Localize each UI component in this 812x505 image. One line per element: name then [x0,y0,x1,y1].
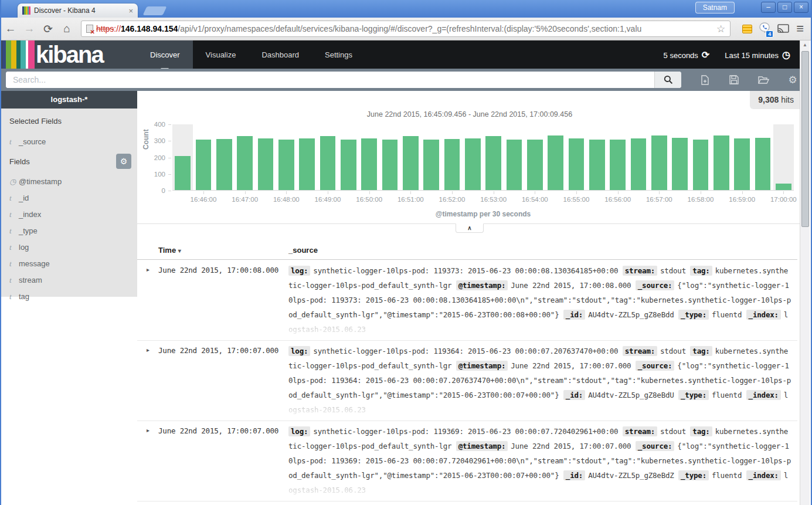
histogram-bar[interactable] [196,140,212,190]
clock-field-icon: ◷ [9,174,19,190]
scrollbar-thumb[interactable] [801,51,809,227]
nav-item-dashboard[interactable]: Dashboard [249,40,312,69]
histogram-bar[interactable] [403,136,419,190]
expand-row-icon[interactable]: ▸ [147,347,150,353]
forward-icon[interactable]: → [20,22,39,35]
field-item-stream[interactable]: tstream [9,272,137,289]
home-icon[interactable]: ⌂ [57,22,76,35]
x-tick-label: 16:53:00 [480,196,507,203]
histogram-bar[interactable] [755,138,771,190]
histogram-bar[interactable] [423,140,439,190]
save-search-button[interactable] [728,75,740,84]
minimize-button[interactable]: – [761,2,776,13]
source-text: fluentd [712,391,746,399]
hangouts-extension[interactable]: 4 [759,22,770,35]
close-button[interactable]: × [794,2,808,13]
settings-gear-icon[interactable]: ⚙ [787,74,799,86]
menu-icon[interactable]: ≡ [796,21,804,36]
hits-count: 9,308 [758,95,779,104]
row-time: June 22nd 2015, 17:00:07.000 [158,346,287,355]
time-range-control[interactable]: Last 15 minutes◷ [725,49,790,60]
field-item-index[interactable]: t_index [9,206,137,223]
source-text: fluentd [712,471,746,480]
field-item-message[interactable]: tmessage [9,256,137,272]
text-field-icon: t [9,190,19,206]
x-tick-label: 16:50:00 [356,196,382,203]
maximize-button[interactable]: □ [777,2,792,13]
back-icon[interactable]: ← [1,22,20,35]
expand-row-icon[interactable]: ▸ [147,427,150,433]
histogram-bar[interactable] [651,135,667,190]
histogram-bar[interactable] [444,139,460,190]
bar-slot [317,124,338,190]
histogram-bar[interactable] [341,140,356,190]
field-item-log[interactable]: tlog [9,239,137,256]
histogram-bar[interactable] [589,140,605,190]
expand-row-icon[interactable]: ▸ [147,266,150,273]
field-item-id[interactable]: t_id [9,190,137,206]
histogram-bar[interactable] [278,140,294,190]
histogram-bar[interactable] [569,138,585,190]
url-text[interactable]: https://146.148.94.154/api/v1/proxy/name… [96,24,714,33]
histogram-bar[interactable] [776,184,791,190]
histogram-bar[interactable] [258,138,274,190]
histogram-bar[interactable] [527,140,543,190]
nav-item-visualize[interactable]: Visualize [193,40,249,69]
url-bar[interactable]: https://146.148.94.154/api/v1/proxy/name… [81,21,731,37]
time-column-header[interactable]: Time ▾ [158,246,181,255]
histogram-bar[interactable] [299,138,315,190]
histogram-bar[interactable] [216,139,232,190]
field-badge: tag: [690,426,712,436]
text-field-icon: t [9,256,19,272]
collapse-chart-button[interactable]: ∧ [456,223,484,233]
browser-tab[interactable]: Discover - Kibana 4 × [18,4,138,18]
histogram-bar[interactable] [237,136,253,190]
field-badge: _type: [678,470,709,480]
histogram-bar[interactable] [610,140,626,190]
nav-item-settings[interactable]: Settings [312,40,365,69]
histogram-bar[interactable] [320,136,336,190]
field-item-timestamp[interactable]: ◷@timestamp [9,174,137,190]
x-tick-mark [742,191,743,194]
scrollbar-up-icon[interactable]: ▲ [800,40,810,50]
search-input[interactable] [6,72,654,88]
histogram-bar[interactable] [507,140,522,190]
bar-slot [235,124,255,190]
search-button[interactable] [654,72,681,88]
histogram-bar[interactable] [631,138,647,190]
new-search-button[interactable] [699,75,711,85]
field-item-tag[interactable]: ttag [9,289,137,305]
refresh-interval-control[interactable]: 5 seconds⟳ [664,49,710,60]
index-pattern-selector[interactable]: logstash-* [1,91,137,109]
field-settings-button[interactable]: ⚙ [116,154,131,169]
histogram-bar[interactable] [714,135,729,190]
extension-icon[interactable] [742,25,752,33]
cast-icon[interactable] [777,24,789,33]
histogram-bar[interactable] [734,138,750,190]
open-search-button[interactable] [757,76,769,84]
field-item-type[interactable]: t_type [9,223,137,239]
insecure-page-icon[interactable] [86,25,93,33]
histogram-bar[interactable] [382,140,398,190]
field-item-source[interactable]: t_source [9,134,137,150]
histogram-bar[interactable] [548,135,563,190]
page-scrollbar[interactable]: ▲ [800,40,810,505]
tab-close-icon[interactable]: × [128,6,133,15]
reload-icon[interactable]: ⟳ [39,22,57,36]
fields-heading: Fields [9,157,30,166]
histogram-bar[interactable] [693,140,709,190]
bookmark-star-icon[interactable]: ☆ [716,23,725,35]
bar-slot [379,124,400,190]
source-text: June 22nd 2015, 17:00:07.000 [511,442,635,450]
histogram-bar[interactable] [485,136,501,190]
histogram-bar[interactable] [672,138,688,190]
notification-badge: 4 [766,30,773,38]
nav-item-discover[interactable]: Discover [137,40,193,69]
histogram-bar[interactable] [465,138,481,190]
y-tick-mark [168,158,171,158]
histogram-bar[interactable] [175,156,191,190]
source-text: AU4dtv-ZZL5p_gZ8eBdZ [588,471,678,480]
source-text: kubernetes.synthe [715,347,789,355]
histogram-bar[interactable] [361,138,377,190]
new-tab-button[interactable] [143,6,167,15]
